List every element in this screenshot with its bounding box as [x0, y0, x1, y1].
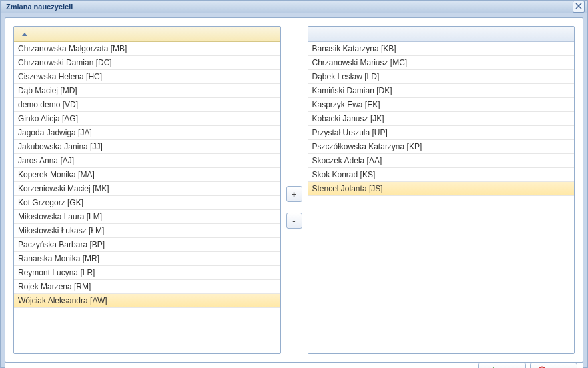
- list-item[interactable]: Paczyńska Barbara [BP]: [14, 238, 280, 252]
- list-item[interactable]: Banasik Katarzyna [KB]: [308, 42, 575, 56]
- dialog-body: Chrzanowska Małgorzata [MB]Chrzanowski D…: [5, 17, 583, 363]
- list-item[interactable]: Miłostowski Łukasz [ŁM]: [14, 224, 280, 238]
- list-item[interactable]: Korzeniowski Maciej [MK]: [14, 182, 280, 196]
- list-item[interactable]: Chrzanowski Mariusz [MC]: [308, 56, 575, 70]
- dialog-title: Zmiana nauczycieli: [6, 3, 73, 11]
- list-item[interactable]: Kamiński Damian [DK]: [308, 84, 575, 98]
- source-list-rows: Chrzanowska Małgorzata [MB]Chrzanowski D…: [14, 42, 280, 353]
- list-item[interactable]: Wójciak Aleksandra [AW]: [14, 294, 280, 308]
- list-item[interactable]: Pszczółkowska Katarzyna [KP]: [308, 140, 575, 154]
- close-button[interactable]: [573, 1, 585, 13]
- titlebar: Zmiana nauczycieli: [1, 1, 587, 13]
- list-item[interactable]: Skoczek Adela [AA]: [308, 154, 575, 168]
- list-item[interactable]: Dąbek Lesław [LD]: [308, 70, 575, 84]
- list-item[interactable]: Stencel Jolanta [JS]: [308, 182, 575, 196]
- plus-icon: +: [292, 189, 297, 199]
- list-item[interactable]: Reymont Lucyna [LR]: [14, 266, 280, 280]
- transfer-buttons: + -: [281, 186, 308, 229]
- list-item[interactable]: Dąb Maciej [MD]: [14, 84, 280, 98]
- target-list-header[interactable]: [308, 27, 575, 42]
- close-icon: [575, 3, 582, 11]
- list-item[interactable]: Ranarska Monika [MR]: [14, 252, 280, 266]
- list-item[interactable]: Miłostowska Laura [LM]: [14, 210, 280, 224]
- dual-list-picker: Chrzanowska Małgorzata [MB]Chrzanowski D…: [13, 26, 575, 354]
- list-item[interactable]: Chrzanowski Damian [DC]: [14, 56, 280, 70]
- remove-button[interactable]: -: [286, 213, 302, 229]
- list-item[interactable]: Chrzanowska Małgorzata [MB]: [14, 42, 280, 56]
- list-item[interactable]: Kot Grzegorz [GK]: [14, 196, 280, 210]
- list-item[interactable]: demo demo [VD]: [14, 98, 280, 112]
- dialog-change-teachers: Zmiana nauczycieli Chrzanowska Małgorzat…: [0, 0, 588, 368]
- target-list[interactable]: Banasik Katarzyna [KB]Chrzanowski Marius…: [308, 26, 575, 354]
- target-list-rows: Banasik Katarzyna [KB]Chrzanowski Marius…: [308, 42, 575, 353]
- source-list[interactable]: Chrzanowska Małgorzata [MB]Chrzanowski D…: [13, 26, 281, 354]
- list-item[interactable]: Kobacki Janusz [JK]: [308, 112, 575, 126]
- add-button[interactable]: +: [286, 186, 302, 202]
- list-item[interactable]: Skok Konrad [KS]: [308, 168, 575, 182]
- list-item[interactable]: Ciszewska Helena [HC]: [14, 70, 280, 84]
- list-item[interactable]: Rojek Marzena [RM]: [14, 280, 280, 294]
- list-item[interactable]: Koperek Monika [MA]: [14, 168, 280, 182]
- dialog-footer: Zapisz Anuluj: [5, 363, 583, 368]
- list-item[interactable]: Przystał Urszula [UP]: [308, 126, 575, 140]
- save-button[interactable]: Zapisz: [478, 363, 526, 368]
- list-item[interactable]: Kasprzyk Ewa [EK]: [308, 98, 575, 112]
- list-item[interactable]: Jaros Anna [AJ]: [14, 154, 280, 168]
- list-item[interactable]: Jakubowska Janina [JJ]: [14, 140, 280, 154]
- source-list-header[interactable]: [14, 27, 280, 42]
- list-item[interactable]: Jagoda Jadwiga [JA]: [14, 126, 280, 140]
- cancel-button[interactable]: Anuluj: [530, 363, 577, 368]
- minus-icon: -: [292, 216, 295, 226]
- sort-asc-icon: [22, 33, 27, 36]
- list-item[interactable]: Ginko Alicja [AG]: [14, 112, 280, 126]
